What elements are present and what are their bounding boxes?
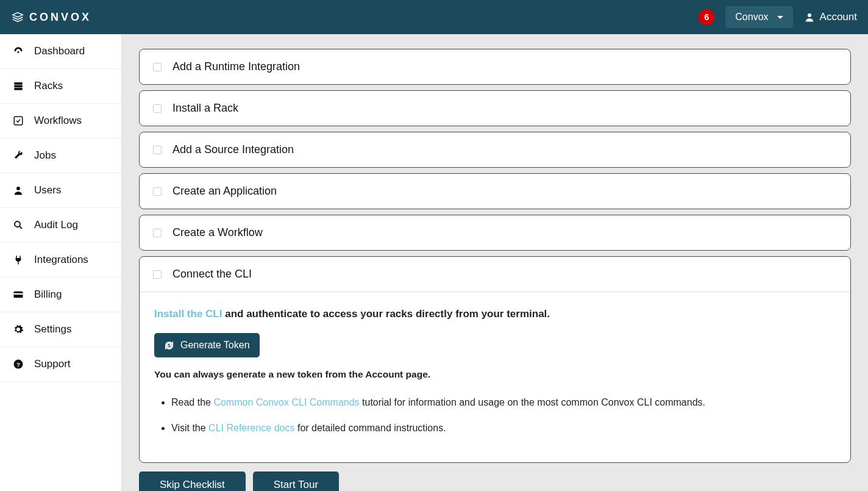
search-icon: [12, 220, 24, 231]
sidebar-item-label: Racks: [34, 80, 63, 92]
common-cli-commands-link[interactable]: Common Convox CLI Commands: [213, 397, 359, 407]
skip-checklist-button[interactable]: Skip Checklist: [139, 471, 246, 491]
topbar: CONVOX 6 Convox Account: [0, 0, 868, 34]
text: Visit the: [171, 423, 208, 433]
sidebar-item-label: Dashboard: [34, 45, 85, 57]
sidebar-item-label: Jobs: [34, 149, 56, 162]
credit-card-icon: [12, 289, 24, 300]
svg-text:?: ?: [16, 361, 20, 368]
checkbox-icon: [153, 270, 162, 279]
gear-icon: [12, 324, 24, 335]
card-title: Add a Source Integration: [173, 143, 294, 156]
account-link[interactable]: Account: [804, 11, 857, 23]
sidebar-item-label: Audit Log: [34, 219, 78, 231]
svg-point-1: [18, 51, 20, 53]
card-header[interactable]: Create a Workflow: [140, 215, 850, 250]
cli-intro-rest: and authenticate to access your racks di…: [222, 308, 550, 320]
svg-point-7: [15, 221, 20, 227]
brand-logo[interactable]: CONVOX: [11, 10, 91, 24]
sidebar: Dashboard Racks Workflows Jobs Users Aud…: [0, 34, 122, 491]
footer-buttons: Skip Checklist Start Tour: [139, 471, 851, 491]
checklist-item-connect-cli[interactable]: Connect the CLI Install the CLI and auth…: [139, 256, 851, 463]
main-content: Add a Runtime Integration Install a Rack…: [122, 34, 868, 491]
sidebar-item-users[interactable]: Users: [0, 173, 121, 208]
card-header[interactable]: Add a Runtime Integration: [140, 49, 850, 84]
svg-rect-5: [14, 116, 23, 125]
checkbox-icon: [153, 187, 162, 196]
checkbox-icon: [153, 146, 162, 154]
sidebar-item-billing[interactable]: Billing: [0, 278, 121, 312]
text: Read the: [171, 397, 213, 407]
card-body: Install the CLI and authenticate to acce…: [140, 292, 850, 462]
logo-icon: [11, 10, 24, 24]
sidebar-item-label: Settings: [34, 323, 71, 335]
topbar-left: CONVOX: [11, 10, 91, 24]
svg-rect-4: [14, 88, 23, 90]
sidebar-item-dashboard[interactable]: Dashboard: [0, 34, 121, 69]
svg-rect-3: [14, 85, 23, 88]
checklist-item-runtime-integration[interactable]: Add a Runtime Integration: [139, 49, 851, 85]
question-icon: ?: [12, 359, 24, 370]
dashboard-icon: [12, 46, 24, 57]
card-header[interactable]: Install a Rack: [140, 91, 850, 126]
topbar-right: 6 Convox Account: [699, 6, 857, 28]
svg-point-0: [808, 13, 811, 17]
card-title: Install a Rack: [173, 102, 238, 115]
generate-token-label: Generate Token: [180, 340, 250, 351]
card-title: Create an Application: [173, 185, 277, 198]
sidebar-item-label: Workflows: [34, 115, 82, 127]
account-label: Account: [820, 11, 857, 23]
cli-list-item-visit: Visit the CLI Reference docs for detaile…: [171, 420, 836, 436]
sidebar-item-integrations[interactable]: Integrations: [0, 243, 121, 278]
sidebar-item-label: Support: [34, 358, 71, 370]
cli-intro: Install the CLI and authenticate to acce…: [154, 306, 836, 322]
wrench-icon: [12, 150, 24, 161]
start-tour-button[interactable]: Start Tour: [253, 471, 339, 491]
checklist-item-create-workflow[interactable]: Create a Workflow: [139, 215, 851, 251]
checkbox-icon: [12, 115, 24, 126]
sidebar-item-audit-log[interactable]: Audit Log: [0, 208, 121, 243]
sidebar-item-workflows[interactable]: Workflows: [0, 104, 121, 138]
card-header[interactable]: Create an Application: [140, 174, 850, 209]
cli-list-item-read: Read the Common Convox CLI Commands tuto…: [171, 395, 836, 410]
checklist-item-install-rack[interactable]: Install a Rack: [139, 90, 851, 126]
notification-badge[interactable]: 6: [699, 9, 714, 25]
card-header[interactable]: Add a Source Integration: [140, 132, 850, 167]
sidebar-item-label: Users: [34, 184, 61, 196]
sidebar-item-jobs[interactable]: Jobs: [0, 138, 121, 173]
card-title: Add a Runtime Integration: [173, 60, 300, 73]
install-cli-link[interactable]: Install the CLI: [154, 308, 222, 320]
checklist-item-create-application[interactable]: Create an Application: [139, 173, 851, 209]
caret-down-icon: [777, 16, 783, 19]
checkbox-icon: [153, 104, 162, 113]
cli-reference-docs-link[interactable]: CLI Reference docs: [208, 423, 294, 433]
sidebar-item-support[interactable]: ? Support: [0, 347, 121, 382]
text: tutorial for information and usage on th…: [360, 397, 705, 407]
svg-point-6: [16, 187, 20, 190]
cli-note: You can always generate a new token from…: [154, 367, 836, 382]
card-header[interactable]: Connect the CLI: [140, 257, 850, 292]
checkbox-icon: [153, 63, 162, 71]
generate-token-button[interactable]: Generate Token: [154, 333, 260, 357]
svg-rect-2: [14, 82, 23, 85]
checkbox-icon: [153, 229, 162, 237]
sidebar-item-label: Integrations: [34, 254, 88, 266]
card-title: Create a Workflow: [173, 226, 263, 239]
user-icon: [804, 12, 815, 23]
refresh-icon: [164, 340, 174, 351]
sidebar-item-settings[interactable]: Settings: [0, 312, 121, 347]
sidebar-item-racks[interactable]: Racks: [0, 69, 121, 104]
server-icon: [12, 81, 24, 91]
checklist-item-source-integration[interactable]: Add a Source Integration: [139, 132, 851, 168]
svg-rect-9: [14, 293, 23, 295]
sidebar-item-label: Billing: [34, 289, 62, 301]
plug-icon: [12, 254, 24, 265]
user-icon: [12, 185, 24, 196]
org-dropdown[interactable]: Convox: [725, 6, 792, 28]
text: for detailed command instructions.: [294, 423, 446, 433]
card-title: Connect the CLI: [173, 268, 252, 281]
brand-text: CONVOX: [29, 11, 91, 24]
org-dropdown-label: Convox: [735, 12, 768, 23]
